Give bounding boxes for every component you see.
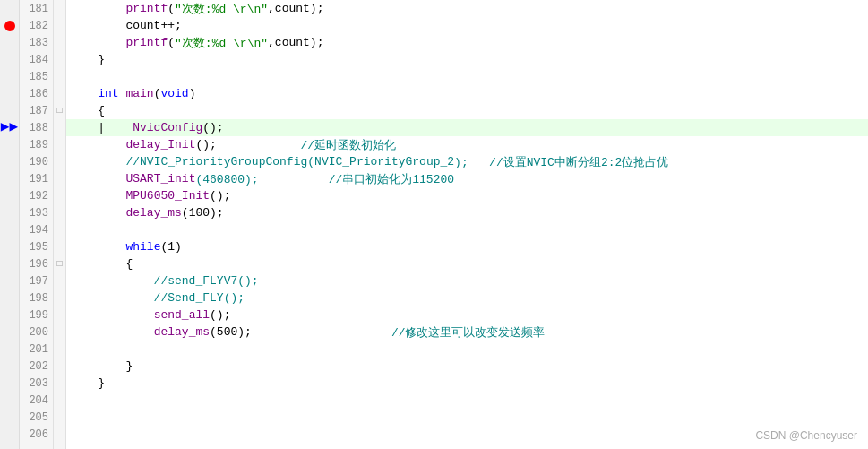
code-line[interactable]: int main(void): [66, 85, 868, 102]
fold-indicator: [54, 409, 65, 426]
code-line[interactable]: }: [66, 375, 868, 392]
line-number: 195: [20, 238, 53, 255]
line-number: 192: [20, 187, 53, 204]
fold-indicator: [54, 85, 65, 102]
margin-row: ▶▶: [1, 119, 18, 136]
fold-indicator: [54, 289, 65, 307]
line-number: 204: [20, 392, 53, 409]
code-line[interactable]: [66, 341, 868, 358]
code-line[interactable]: }: [66, 51, 868, 68]
code-line[interactable]: {: [66, 255, 868, 272]
fold-column: □□: [54, 0, 66, 449]
line-number: 183: [20, 34, 53, 51]
code-line[interactable]: [66, 68, 868, 85]
line-number: 202: [20, 358, 53, 375]
line-number: 199: [20, 307, 53, 324]
watermark: CSDN @Chencyuser: [755, 429, 857, 442]
code-line[interactable]: [66, 409, 868, 426]
fold-indicator: [54, 358, 65, 375]
fold-indicator: [54, 119, 65, 136]
fold-indicator: [54, 221, 65, 238]
fold-indicator: [54, 341, 65, 358]
line-number: 203: [20, 375, 53, 392]
fold-indicator: [54, 426, 65, 443]
fold-indicator: [54, 170, 65, 187]
fold-indicator: [54, 392, 65, 409]
code-line[interactable]: | NvicConfig();: [66, 119, 868, 136]
margin-row: [4, 17, 15, 34]
code-line[interactable]: count++;: [66, 17, 868, 34]
fold-indicator: [54, 204, 65, 221]
code-line[interactable]: send_all();: [66, 307, 868, 324]
line-number: 186: [20, 85, 53, 102]
line-number: 190: [20, 153, 53, 170]
fold-indicator[interactable]: □: [54, 102, 65, 119]
fold-indicator: [54, 375, 65, 392]
line-number: 205: [20, 409, 53, 426]
code-line[interactable]: printf("次数:%d \r\n",count);: [66, 34, 868, 51]
fold-indicator: [54, 51, 65, 68]
code-line[interactable]: //send_FLYV7();: [66, 272, 868, 289]
code-line[interactable]: MPU6050_Init();: [66, 187, 868, 204]
line-number: 188: [20, 119, 53, 136]
fold-indicator: [54, 68, 65, 85]
code-line[interactable]: //NVIC_PriorityGroupConfig(NVIC_Priority…: [66, 153, 868, 170]
line-number: 196: [20, 255, 53, 272]
code-line[interactable]: delay_ms(100);: [66, 204, 868, 221]
code-line[interactable]: delay_ms(500); //修改这里可以改变发送频率: [66, 324, 868, 341]
fold-indicator: [54, 187, 65, 204]
fold-indicator: [54, 17, 65, 34]
code-line[interactable]: USART_init(460800); //串口初始化为115200: [66, 170, 868, 187]
line-number: 189: [20, 136, 53, 153]
line-number: 182: [20, 17, 53, 34]
line-number: 206: [20, 426, 53, 443]
fold-indicator: [54, 153, 65, 170]
fold-indicator: [54, 324, 65, 341]
line-number: 187: [20, 102, 53, 119]
line-number: 181: [20, 0, 53, 17]
code-line[interactable]: [66, 426, 868, 443]
code-area[interactable]: printf("次数:%d \r\n",count); count++; pri…: [66, 0, 868, 449]
code-line[interactable]: printf("次数:%d \r\n",count);: [66, 0, 868, 17]
line-number: 193: [20, 204, 53, 221]
code-line[interactable]: [66, 221, 868, 238]
fold-indicator: [54, 238, 65, 255]
fold-indicator: [54, 307, 65, 324]
fold-indicator: [54, 136, 65, 153]
line-number: 194: [20, 221, 53, 238]
line-number: 185: [20, 68, 53, 85]
line-number: 201: [20, 341, 53, 358]
code-line[interactable]: delay_Init(); //延时函数初始化: [66, 136, 868, 153]
code-line[interactable]: [66, 392, 868, 409]
line-number: 191: [20, 170, 53, 187]
editor-container: ▶▶ 1811821831841851861871881891901911921…: [0, 0, 868, 449]
line-number: 197: [20, 272, 53, 289]
code-line[interactable]: while(1): [66, 238, 868, 255]
fold-indicator: [54, 0, 65, 17]
fold-indicator[interactable]: □: [54, 255, 65, 272]
line-number: 184: [20, 51, 53, 68]
line-numbers: 1811821831841851861871881891901911921931…: [20, 0, 54, 449]
code-line[interactable]: {: [66, 102, 868, 119]
breakpoint-indicator[interactable]: [4, 21, 15, 31]
line-number: 198: [20, 289, 53, 307]
left-margin: ▶▶: [0, 0, 20, 449]
code-line[interactable]: }: [66, 358, 868, 375]
line-number: 200: [20, 324, 53, 341]
execution-arrow: ▶▶: [1, 119, 18, 136]
code-line[interactable]: //Send_FLY();: [66, 289, 868, 307]
fold-indicator: [54, 272, 65, 289]
fold-indicator: [54, 34, 65, 51]
